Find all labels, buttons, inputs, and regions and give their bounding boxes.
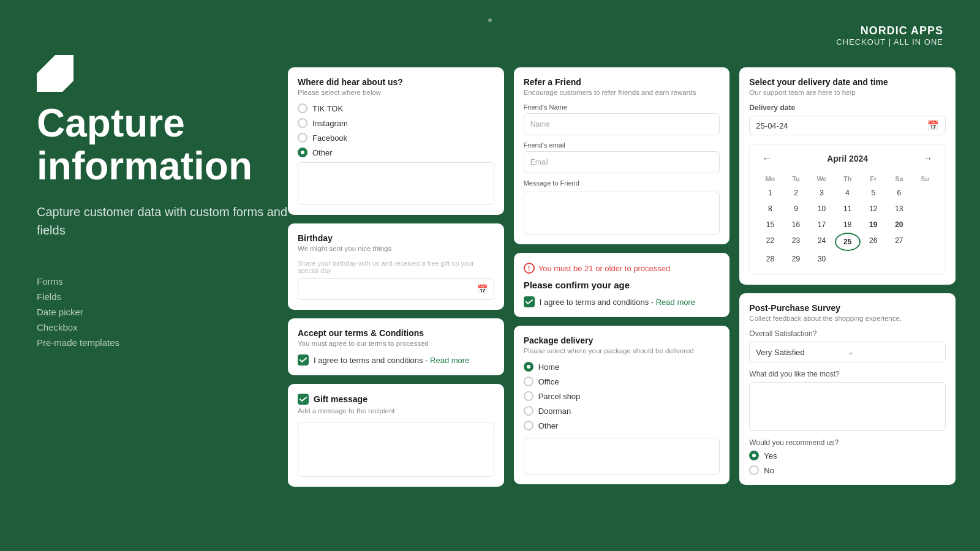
- package-parcel[interactable]: Parcel shop: [524, 391, 720, 401]
- terms-checkbox[interactable]: [298, 354, 309, 365]
- message-textarea[interactable]: [524, 192, 720, 234]
- package-doorman[interactable]: Doorman: [524, 406, 720, 416]
- refer-title: Refer a Friend: [524, 77, 720, 87]
- age-label: I agree to terms and conditions - Read m…: [540, 298, 695, 307]
- cal-5[interactable]: 5: [861, 185, 886, 201]
- terms-read-more[interactable]: Read more: [430, 356, 469, 365]
- package-textarea[interactable]: [524, 438, 720, 474]
- hero-section: Capture information Capture customer dat…: [37, 55, 294, 353]
- cal-2[interactable]: 2: [783, 185, 809, 201]
- cal-20[interactable]: 20: [886, 217, 912, 233]
- birthday-hint: Share your birthday with us and received…: [298, 260, 494, 274]
- package-home[interactable]: Home: [524, 362, 720, 372]
- radio-facebook[interactable]: Facebook: [298, 133, 494, 143]
- gift-subtitle: Add a message to the recipient: [298, 407, 494, 414]
- cal-23[interactable]: 23: [783, 233, 809, 251]
- chevron-down-icon: ⌄: [848, 348, 939, 356]
- radio-circle-facebook: [298, 133, 307, 143]
- prev-month-button[interactable]: ←: [757, 152, 777, 165]
- feature-checkbox: Checkbox: [37, 322, 294, 332]
- age-check-icon: [526, 298, 533, 305]
- cal-4[interactable]: 4: [835, 185, 861, 201]
- cal-21-empty: 21: [912, 217, 938, 233]
- cal-10[interactable]: 10: [809, 201, 835, 217]
- cards-area: Where did hear about us? Please select w…: [288, 67, 956, 487]
- cal-24[interactable]: 24: [809, 233, 835, 251]
- terms-subtitle: You must agree to our terms to processed: [298, 340, 494, 347]
- satisfaction-select[interactable]: Very Satisfied ⌄: [749, 342, 946, 362]
- other-text-area[interactable]: [298, 162, 494, 205]
- cal-19[interactable]: 19: [861, 217, 886, 233]
- decorative-dot: [488, 18, 492, 22]
- cal-29[interactable]: 29: [783, 251, 809, 267]
- package-other[interactable]: Other: [524, 421, 720, 430]
- cal-25-today[interactable]: 25: [835, 233, 861, 251]
- recommend-options: Yes No: [749, 451, 946, 475]
- friends-email-placeholder: Email: [530, 158, 549, 167]
- gift-textarea[interactable]: [298, 422, 494, 477]
- radio-parcel-circle: [524, 391, 533, 401]
- confirm-title: Please confirm your age: [524, 280, 720, 290]
- radio-package-other-circle: [524, 421, 533, 430]
- age-card: ! You must be 21 or older to processed P…: [514, 253, 730, 317]
- feature-date-picker: Date picker: [37, 307, 294, 317]
- age-read-more[interactable]: Read more: [656, 298, 695, 307]
- radio-circle-instagram: [298, 118, 307, 128]
- cal-11[interactable]: 11: [835, 201, 861, 217]
- radio-tiktok[interactable]: TIK TOK: [298, 103, 494, 113]
- delivery-date-label: Delivery date: [749, 103, 946, 112]
- radio-instagram[interactable]: Instagram: [298, 118, 494, 128]
- friends-name-input[interactable]: Name: [524, 113, 720, 135]
- radio-label-tiktok: TIK TOK: [312, 104, 343, 113]
- date-picker-input[interactable]: 25-04-24 📅: [749, 116, 946, 135]
- cal-9[interactable]: 9: [783, 201, 809, 217]
- cal-26[interactable]: 26: [861, 233, 886, 251]
- cal-e2: .: [861, 251, 886, 267]
- calendar-month: April 2024: [827, 154, 868, 163]
- cal-17[interactable]: 17: [809, 217, 835, 233]
- column-1: Where did hear about us? Please select w…: [288, 67, 504, 487]
- radio-other[interactable]: Other: [298, 148, 494, 157]
- recommend-no[interactable]: No: [749, 465, 946, 475]
- cal-3[interactable]: 3: [809, 185, 835, 201]
- cal-28[interactable]: 28: [757, 251, 783, 267]
- cal-16[interactable]: 16: [783, 217, 809, 233]
- cal-22[interactable]: 22: [757, 233, 783, 251]
- friends-email-label: Friend's email: [524, 141, 720, 149]
- radio-no-circle: [749, 465, 759, 475]
- age-checkbox-item[interactable]: I agree to terms and conditions - Read m…: [524, 296, 720, 307]
- cal-1[interactable]: 1: [757, 185, 783, 201]
- package-subtitle: Please select where your package should …: [524, 347, 720, 354]
- package-office[interactable]: Office: [524, 377, 720, 386]
- hero-title: Capture information: [37, 102, 294, 188]
- delivery-date-card: Select your delivery date and time Our s…: [739, 67, 956, 285]
- friends-email-input[interactable]: Email: [524, 151, 720, 173]
- next-month-button[interactable]: →: [918, 152, 938, 165]
- cal-30[interactable]: 30: [809, 251, 835, 267]
- gift-title: Gift message: [314, 394, 368, 404]
- cal-13[interactable]: 13: [886, 201, 912, 217]
- check-icon: [300, 356, 307, 364]
- hero-description: Capture customer data with custom forms …: [37, 203, 294, 239]
- birthday-input[interactable]: 📅: [298, 278, 494, 300]
- cal-28-empty: 28: [912, 233, 938, 251]
- most-liked-textarea[interactable]: [749, 382, 946, 431]
- cal-15[interactable]: 15: [757, 217, 783, 233]
- radio-yes-circle: [749, 451, 759, 460]
- age-checkbox[interactable]: [524, 296, 535, 307]
- friends-name-label: Friend's Name: [524, 103, 720, 111]
- terms-checkbox-item[interactable]: I agree to terms and conditions - Read m…: [298, 354, 494, 365]
- package-options: Home Office Parcel shop Doorman Other: [524, 362, 720, 430]
- recommend-yes[interactable]: Yes: [749, 451, 946, 460]
- cal-27[interactable]: 27: [886, 233, 912, 251]
- feature-forms: Forms: [37, 276, 294, 287]
- radio-doorman-circle: [524, 406, 533, 416]
- cal-18[interactable]: 18: [835, 217, 861, 233]
- gift-checkbox[interactable]: [298, 394, 309, 405]
- cal-e4: .: [912, 251, 938, 267]
- cal-12[interactable]: 12: [861, 201, 886, 217]
- cal-6[interactable]: 6: [886, 185, 912, 201]
- radio-yes-label: Yes: [764, 451, 777, 460]
- radio-label-facebook: Facebook: [312, 133, 347, 143]
- cal-8[interactable]: 8: [757, 201, 783, 217]
